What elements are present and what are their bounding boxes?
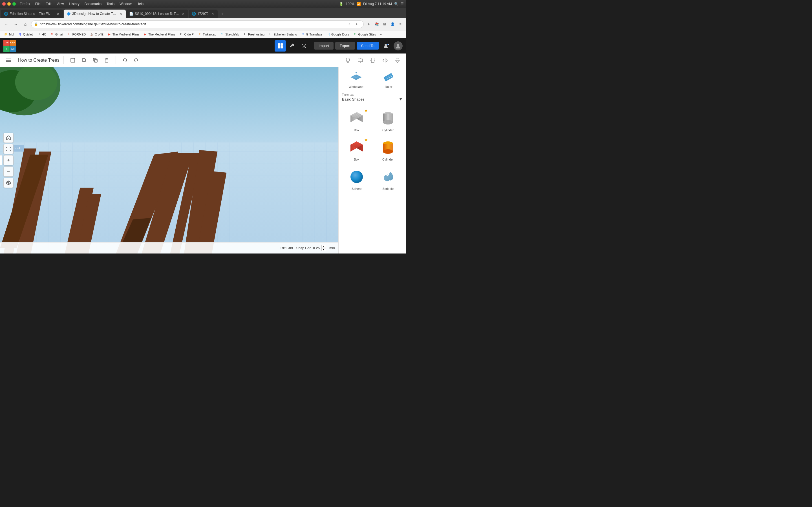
more-options-icon[interactable]: ≡ <box>397 21 404 27</box>
tinkercad-logo[interactable]: TIN KER C AD <box>3 40 16 52</box>
minimize-button[interactable] <box>7 2 11 6</box>
bookmark-medieval1[interactable]: ▶ The Medieval Films <box>106 32 141 37</box>
bookmark-edhellen[interactable]: E Edhellen Sintano <box>267 32 299 37</box>
bookmarks-icon[interactable]: 📚 <box>373 21 380 27</box>
tab-close-button[interactable]: ✕ <box>118 11 123 16</box>
import-button[interactable]: Import <box>314 42 334 50</box>
workplane-tool[interactable]: Workplane <box>342 70 370 89</box>
add-user-button[interactable] <box>380 40 392 52</box>
maximize-button[interactable] <box>12 2 16 6</box>
forward-button[interactable]: → <box>12 20 20 28</box>
viewport[interactable]: LEFT › + <box>0 67 338 253</box>
bookmark-gtranslate[interactable]: G G-Translate <box>299 32 324 37</box>
window-controls[interactable] <box>2 2 16 6</box>
edit-grid-button[interactable]: Edit Grid <box>280 246 293 250</box>
menu-help[interactable]: Help <box>135 1 146 6</box>
search-icon[interactable]: 🔍 <box>394 2 398 6</box>
tab-close-button[interactable]: ✕ <box>181 11 186 16</box>
menu-tools[interactable]: Tools <box>104 1 117 6</box>
delete-button[interactable] <box>101 55 112 65</box>
flip-tool-2[interactable] <box>393 55 403 65</box>
zoom-out-button[interactable]: − <box>3 166 13 177</box>
new-tab-button[interactable]: + <box>218 10 226 18</box>
url-bar[interactable]: 🔒 https://www.tinkercad.com/things/bFq4L… <box>31 20 364 28</box>
fit-view-button[interactable] <box>3 144 13 154</box>
shape-cylinder-orange[interactable]: Cylinder <box>373 136 403 163</box>
bookmark-label: Google Docs <box>331 33 349 36</box>
menu-file[interactable]: File <box>33 1 43 6</box>
bookmark-cofe[interactable]: ⛪ C of E <box>88 32 105 37</box>
home-view-button[interactable] <box>3 133 13 143</box>
snap-stepper[interactable]: ▲ ▼ <box>321 245 326 251</box>
zoom-in-button[interactable]: + <box>3 155 13 165</box>
refresh-button[interactable]: ↻ <box>354 21 361 27</box>
menu-edit[interactable]: Edit <box>43 1 54 6</box>
align-tool-1[interactable] <box>355 55 365 65</box>
home-button[interactable]: ⌂ <box>21 20 29 28</box>
menu-history[interactable]: History <box>67 1 82 6</box>
hamburger-menu-button[interactable] <box>3 55 13 65</box>
undo-button[interactable] <box>120 55 130 65</box>
bookmark-medieval2[interactable]: ▶ The Medieval Films <box>142 32 177 37</box>
hammer-view-button[interactable] <box>287 40 298 52</box>
tab-edhellen[interactable]: 🌐 Edhellen Sintano – The Elven B... ✕ <box>1 10 63 18</box>
shape-box-gray[interactable]: ★ <box>342 107 371 134</box>
bookmark-gdocs[interactable]: 📄 Google Docs <box>324 32 351 37</box>
send-to-button[interactable]: Send To <box>357 42 379 50</box>
tab-172972[interactable]: 🌐 172972 ✕ <box>189 10 218 18</box>
bookmark-formed[interactable]: F FORMED <box>66 32 88 37</box>
svg-rect-0 <box>278 43 280 46</box>
duplicate-button[interactable] <box>90 55 100 65</box>
bookmark-star-icon[interactable]: ☆ <box>346 21 353 27</box>
snap-up-button[interactable]: ▲ <box>321 245 326 248</box>
shape-box-red[interactable]: ★ <box>342 136 371 163</box>
box-view-button[interactable] <box>298 40 310 52</box>
menu-view[interactable]: View <box>54 1 66 6</box>
close-button[interactable] <box>2 2 6 6</box>
menu-bar[interactable]: File Edit View History Bookmarks Tools W… <box>33 1 146 6</box>
notifications-icon[interactable]: ☰ <box>401 2 404 6</box>
account-icon[interactable]: 👤 <box>389 21 396 27</box>
tab-ss10[interactable]: 📄 SS10_090418: Lesson 5: The C... ✕ <box>126 10 188 18</box>
bookmark-gsites[interactable]: G Google Sites <box>352 32 378 37</box>
reading-view-icon[interactable]: ⊞ <box>381 21 388 27</box>
bookmark-cdep[interactable]: C C de P <box>177 32 196 37</box>
tab-tinkercad[interactable]: 🔷 3D design How to Create Tree... ✕ <box>64 10 126 18</box>
tab-close-button[interactable]: ✕ <box>56 11 60 16</box>
bookmark-favicon: C <box>179 33 183 36</box>
bookmark-more[interactable]: » <box>378 32 384 37</box>
menu-window[interactable]: Window <box>117 1 134 6</box>
export-button[interactable]: Export <box>335 42 355 50</box>
select-tool-button[interactable] <box>68 55 78 65</box>
copy-paste-button[interactable] <box>79 55 89 65</box>
user-avatar[interactable] <box>394 41 403 50</box>
shape-cylinder-gray[interactable]: Cylinder <box>373 107 403 134</box>
grid-view-button[interactable] <box>274 40 286 52</box>
bookmark-hc[interactable]: H HC <box>35 32 48 37</box>
bookmark-mdl[interactable]: 📁 Mdl <box>2 32 16 37</box>
3d-view-button[interactable] <box>3 178 13 188</box>
bookmark-quizlet[interactable]: Q Quizlet <box>16 32 35 37</box>
align-tool-2[interactable] <box>368 55 378 65</box>
tab-close-button[interactable]: ✕ <box>210 11 215 16</box>
battery-icon: 🔋 <box>339 2 343 6</box>
shape-scribble[interactable]: Scribble <box>373 166 403 193</box>
snap-down-button[interactable]: ▼ <box>321 248 326 251</box>
panel-toggle-button[interactable]: › <box>0 155 2 165</box>
url-text[interactable]: https://www.tinkercad.com/things/bFq4Ltk… <box>40 22 344 26</box>
shape-sphere-blue[interactable]: Sphere <box>342 166 371 193</box>
flip-tool-1[interactable] <box>380 55 390 65</box>
bookmark-sketchfab[interactable]: S Sketchfab <box>218 32 241 37</box>
section-select[interactable]: Basic Shapes Text & Numbers Connectors G… <box>342 97 399 101</box>
bookmark-tinkercad[interactable]: T Tinkercad <box>196 32 218 37</box>
download-icon[interactable]: ⬇ <box>365 21 372 27</box>
redo-button[interactable] <box>131 55 141 65</box>
edit-tools <box>68 55 112 65</box>
lightbulb-button[interactable] <box>343 55 353 65</box>
bookmark-freehosting[interactable]: F Freehosting <box>241 32 266 37</box>
back-button[interactable]: ← <box>2 20 10 28</box>
ruler-tool[interactable]: Ruler <box>375 70 403 89</box>
section-caret-icon[interactable]: ▼ <box>399 97 403 101</box>
bookmark-gmail[interactable]: M Gmail <box>49 32 65 37</box>
menu-bookmarks[interactable]: Bookmarks <box>82 1 104 6</box>
